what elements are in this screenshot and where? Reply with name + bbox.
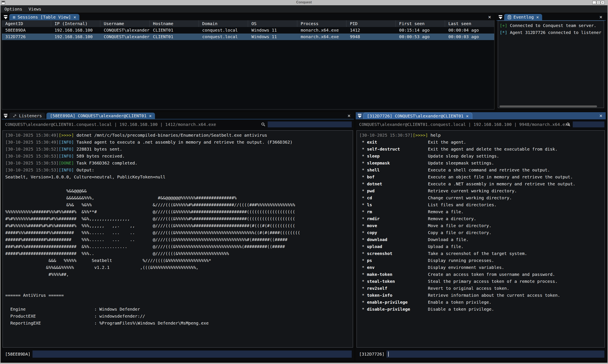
- agent-terminal-panel-right: [312D7726] CONQUEST\alexander@CLIENT01 ✕…: [356, 112, 606, 361]
- close-tab-icon[interactable]: ✕: [73, 14, 76, 20]
- column-header[interactable]: First seen: [396, 20, 445, 27]
- sessions-panel: ≡ Sessions [Table View] ✕ ✕ AgentIDIP (I…: [2, 13, 494, 111]
- terminal-line: #%#%%%%%%#####%#%#%%#######% %%%,,,,,, ,…: [5, 222, 353, 229]
- maximize-button[interactable]: □: [597, 1, 600, 4]
- column-header[interactable]: Username: [100, 20, 149, 27]
- terminal-text-segment: #%%%%##,: [5, 272, 69, 277]
- terminal-line: [30-10-2025 15:30:53][DONE] Task F366D36…: [5, 160, 353, 167]
- column-header[interactable]: Hostname: [150, 20, 199, 27]
- terminal-line: #%%%%##,: [5, 271, 353, 278]
- terminal-text-segment: [INFO]: [59, 140, 74, 145]
- terminal-text-segment: ls: [367, 202, 428, 207]
- tab-agent-58EE89DA[interactable]: [58EE89DA] CONQUEST\alexander@CLIENT01 ✕: [46, 113, 155, 119]
- horizontal-scrollbar[interactable]: [500, 105, 597, 107]
- terminal-text-segment: *: [359, 272, 367, 277]
- terminal-line: * sleep Update sleep delay settings.: [359, 153, 605, 160]
- tab-agent-label: [58EE89DA] CONQUEST\alexander@CLIENT01: [50, 113, 147, 118]
- terminal-text-segment: *: [359, 230, 367, 235]
- prompt-label: [312D7726]: [359, 351, 384, 358]
- table-cell: 00:00:53 ago: [396, 34, 445, 40]
- agent-status-line: CONQUEST\alexander@CLIENT01.conquest.loc…: [5, 121, 216, 128]
- search-icon: [261, 122, 266, 127]
- eventlog-text: Agent 312D7726 connected to listener: [507, 30, 601, 35]
- close-panel-button[interactable]: ✕: [485, 14, 494, 20]
- search-input[interactable]: [573, 121, 604, 127]
- close-panel-button[interactable]: ✕: [596, 14, 606, 20]
- close-tab-icon[interactable]: ✕: [536, 14, 539, 20]
- terminal-line: * screenshot Take a screenshot of the ta…: [359, 250, 605, 257]
- terminal-text-segment: Retrieve current working directory.: [428, 188, 517, 193]
- terminal-text-segment: &&&&&&&%%%, #&&@@@@@@%%%%%%#############…: [5, 195, 237, 200]
- terminal-text-segment: help: [428, 133, 441, 138]
- terminal-text-segment: Seatbelt, Version=1.0.0.0, Culture=neutr…: [5, 174, 165, 180]
- eventlog-marker: [*]: [500, 30, 507, 35]
- column-header[interactable]: Last seen: [445, 20, 494, 27]
- close-window-button[interactable]: x: [601, 1, 605, 4]
- terminal-text-segment: %%%%%%%%%%%######%%%#%%####% &%%**# @///…: [5, 209, 295, 214]
- left-input-row: [58EE89DA]: [2, 351, 354, 358]
- terminal-text-segment: *: [359, 237, 367, 242]
- terminal-line: [5, 327, 353, 334]
- terminal-text-segment: [30-10-2025 15:30:53]: [5, 168, 59, 172]
- column-header[interactable]: OS: [248, 20, 297, 27]
- sessions-table: AgentIDIP (Internal)UsernameHostnameDoma…: [2, 20, 494, 109]
- tab-sessions[interactable]: ≡ Sessions [Table View] ✕: [9, 14, 79, 20]
- table-cell: CONQUEST\alexander: [100, 27, 149, 34]
- terminal-line: [5, 278, 353, 285]
- column-header[interactable]: Process: [297, 20, 346, 27]
- tab-sessions-label: Sessions [Table View]: [17, 14, 71, 20]
- terminal-text-segment: [30-10-2025 15:30:49]: [5, 140, 59, 145]
- column-header[interactable]: Domain: [199, 20, 248, 27]
- terminal-text-segment: *: [359, 251, 367, 256]
- minimize-button[interactable]: _: [592, 1, 596, 4]
- terminal-text-segment: upload: [367, 244, 428, 249]
- tab-dropdown-button[interactable]: [2, 113, 9, 119]
- terminal-text-segment: List files and directories.: [428, 202, 497, 207]
- search-input[interactable]: [268, 121, 352, 127]
- terminal-text-segment: Steal the primary access token of a remo…: [428, 279, 557, 284]
- command-input[interactable]: [32, 351, 352, 358]
- terminal-text-segment: *: [359, 154, 367, 159]
- tab-dropdown-button[interactable]: [356, 113, 363, 119]
- agent-terminal-panel-left: Listeners [58EE89DA] CONQUEST\alexander@…: [2, 112, 354, 361]
- terminal-line: * bof Execute an object file in memory a…: [359, 174, 605, 181]
- tab-dropdown-button[interactable]: [2, 14, 9, 20]
- menu-options[interactable]: Options: [4, 7, 22, 12]
- close-tab-icon[interactable]: ✕: [149, 113, 152, 118]
- terminal-text-segment: dotnet /mnt/c/Tools/precompiled-binaries…: [74, 133, 267, 138]
- terminal-text-segment: [INFO]: [59, 147, 74, 152]
- terminal-line: &&& %%%%% Seatbelt %////((((&%%%%%%%%%%%…: [5, 257, 353, 264]
- left-status-row: CONQUEST\alexander@CLIENT01.conquest.loc…: [2, 121, 354, 128]
- table-cell: 312D7726: [2, 34, 51, 40]
- terminal-text-segment: Retrieve information about the current a…: [428, 293, 560, 298]
- window-border-left: [0, 5, 1, 364]
- terminal-text-segment: [30-10-2025 15:30:53]: [5, 154, 59, 159]
- close-panel-button[interactable]: ✕: [344, 112, 354, 119]
- terminal-text-segment: [30-10-2025 15:30:52]: [5, 147, 59, 152]
- menu-views[interactable]: Views: [28, 7, 41, 12]
- table-row[interactable]: 58EE89DA192.168.168.100CONQUEST\alexande…: [2, 27, 494, 34]
- table-row[interactable]: 312D7726192.168.168.100CONQUEST\alexande…: [2, 34, 494, 40]
- terminal-text-segment: Exit the agent.: [428, 140, 466, 145]
- terminal-text-segment: *: [359, 147, 367, 152]
- terminal-line: &%& %&%% &////(((&%%%%%#%###############…: [5, 201, 353, 208]
- tab-eventlog[interactable]: Eventlog ✕: [504, 14, 542, 20]
- close-tab-icon[interactable]: ✕: [466, 114, 469, 118]
- terminal-line: [5, 181, 353, 187]
- table-cell: CLIENT01: [150, 34, 199, 40]
- conquest-window: Conquest _ □ x Options Views ≡ Sessions …: [0, 0, 608, 364]
- column-header[interactable]: AgentID: [2, 20, 51, 27]
- tab-dropdown-button[interactable]: [497, 14, 504, 20]
- column-header[interactable]: IP (Internal): [51, 20, 100, 27]
- command-input[interactable]: [387, 351, 604, 358]
- tab-eventlog-label: Eventlog: [513, 14, 534, 20]
- column-header[interactable]: PID: [346, 20, 396, 27]
- close-panel-button[interactable]: ✕: [596, 112, 606, 119]
- tab-agent-312D7726[interactable]: [312D7726] CONQUEST\alexander@CLIENT01 ✕: [363, 113, 472, 119]
- terminal-text-segment: [>>>>]: [59, 133, 74, 138]
- eventlog-line: [*] Agent 312D7726 connected to listener: [498, 29, 604, 36]
- table-cell: conquest.local: [199, 27, 248, 34]
- terminal-line: Engine : Windows Defender: [5, 306, 353, 313]
- terminal-line: [5, 334, 353, 341]
- tab-listeners[interactable]: Listeners: [9, 113, 45, 119]
